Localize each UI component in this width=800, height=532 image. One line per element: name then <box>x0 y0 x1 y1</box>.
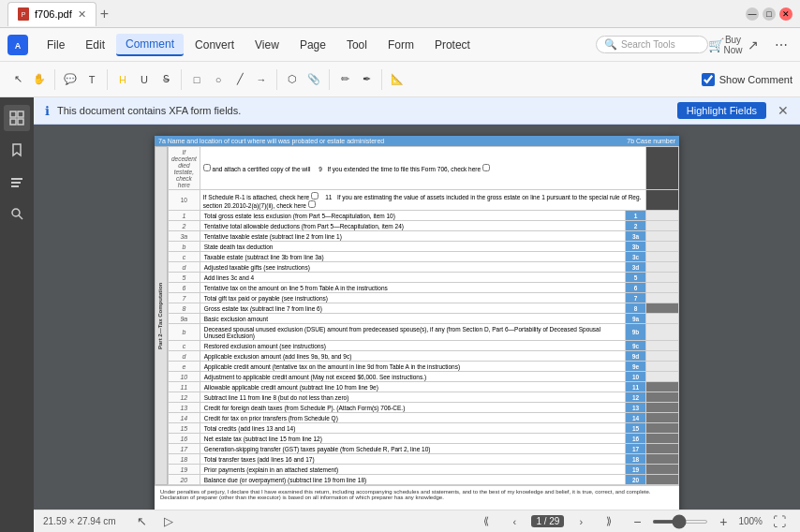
r1-checkbox[interactable] <box>311 192 319 200</box>
search-panel-button[interactable] <box>4 200 30 227</box>
line-num-21: 14 <box>626 413 646 423</box>
next-page-button[interactable]: › <box>570 510 592 533</box>
separator-6 <box>381 69 382 90</box>
table-row: 11 Allowable applicable credit amount (s… <box>169 382 679 392</box>
share-button[interactable]: ↗ <box>742 34 764 56</box>
search-tools-bar[interactable]: 🔍 Search Tools <box>596 36 708 53</box>
table-row: 13 Credit for foreign death taxes (from … <box>169 403 679 413</box>
pencil-button[interactable]: ✒ <box>356 69 377 90</box>
thumbnail-panel-button[interactable] <box>4 105 30 131</box>
val-cell-10 <box>646 293 679 303</box>
stamp-button[interactable]: ⬡ <box>282 69 303 90</box>
select-tool-button[interactable]: ↖ <box>7 69 28 90</box>
estimate-checkbox[interactable] <box>308 200 316 208</box>
active-tab[interactable]: P f706.pdf ✕ <box>7 2 96 26</box>
svg-text:A: A <box>15 41 22 51</box>
highlight-fields-button[interactable]: Highlight Fields <box>677 102 766 119</box>
search-icon: 🔍 <box>604 38 617 51</box>
first-page-button[interactable]: ⟪ <box>475 510 497 533</box>
arrow-button[interactable]: → <box>251 69 272 90</box>
measure-button[interactable]: 📐 <box>387 69 407 90</box>
row-label-17: Adjustment to applicable credit amount (… <box>200 372 625 382</box>
close-tab-button[interactable]: ✕ <box>78 8 86 21</box>
last-page-button[interactable]: ⟫ <box>598 510 620 533</box>
menu-file[interactable]: File <box>37 35 74 55</box>
zoom-in-button[interactable]: + <box>712 510 734 533</box>
extend-time-checkbox[interactable] <box>482 164 490 171</box>
page-number: 1 / 29 <box>536 516 559 526</box>
row-label-8: Add lines 3c and 4 <box>200 273 625 283</box>
pdf-icon: P <box>18 7 29 21</box>
row-label-20: Credit for foreign death taxes (from Sch… <box>200 403 625 413</box>
svg-rect-2 <box>10 111 16 117</box>
cursor-tool-button[interactable]: ↖ <box>131 510 154 533</box>
rectangle-button[interactable]: □ <box>186 69 207 90</box>
menu-comment[interactable]: Comment <box>116 34 184 56</box>
row-label-4: Tentative taxable estate (subtract line … <box>200 231 625 242</box>
notif-icon: ℹ <box>45 104 50 118</box>
zoom-controls: − + 100% <box>626 510 763 533</box>
line-num-26: 19 <box>626 465 646 475</box>
highlight-button[interactable]: H <box>112 69 133 90</box>
val-cell-3 <box>646 221 679 231</box>
row-label-2: Total gross estate less exclusion (from … <box>200 211 625 221</box>
tab-bar: P f706.pdf ✕ + <box>7 2 746 26</box>
show-comment-checkbox[interactable] <box>702 73 715 86</box>
val-cell-12 <box>646 314 679 324</box>
oval-button[interactable]: ○ <box>208 69 229 90</box>
table-row: 10 Adjustment to applicable credit amoun… <box>169 372 679 382</box>
pdf-scroll-area[interactable]: 7a Name and location of court where will… <box>34 125 800 510</box>
tab-label: f706.pdf <box>35 8 72 20</box>
bookmark-panel-button[interactable] <box>4 137 30 163</box>
zoom-slider[interactable] <box>652 520 708 524</box>
maximize-button[interactable]: □ <box>763 7 776 21</box>
row-num-3: 2 <box>169 221 200 231</box>
menu-convert[interactable]: Convert <box>185 35 244 55</box>
annotation-panel-button[interactable] <box>4 169 30 195</box>
zoom-out-button[interactable]: − <box>626 510 648 533</box>
window-controls: — □ ✕ <box>746 7 793 21</box>
row-label-5: State death tax deduction <box>200 242 625 252</box>
fit-page-button[interactable]: ⛶ <box>768 510 791 533</box>
row-label-11: Gross estate tax (subtract line 7 from l… <box>200 303 625 314</box>
testate-checkbox[interactable] <box>203 164 211 171</box>
line-num-5: 3b <box>626 242 646 252</box>
eraser-button[interactable]: ✏ <box>334 69 355 90</box>
val-cell-25 <box>646 454 679 465</box>
new-tab-button[interactable]: + <box>100 6 109 22</box>
menu-page[interactable]: Page <box>290 35 335 55</box>
notification-close-button[interactable]: ✕ <box>778 103 789 118</box>
attachment-button[interactable]: 📎 <box>304 69 324 90</box>
menu-edit[interactable]: Edit <box>76 35 114 55</box>
underline-button[interactable]: U <box>134 69 155 90</box>
row-label-27: Balance due (or overpayment) (subtract l… <box>200 475 625 485</box>
select-tool-button-bottom[interactable]: ▷ <box>157 510 180 533</box>
menu-form[interactable]: Form <box>378 35 423 55</box>
val-cell-24 <box>646 444 679 454</box>
line-num-22: 15 <box>626 423 646 434</box>
sticky-note-button[interactable]: 💬 <box>60 69 81 90</box>
more-options-button[interactable]: ⋯ <box>770 34 793 56</box>
menu-tool[interactable]: Tool <box>337 35 377 55</box>
minimize-button[interactable]: — <box>746 7 759 21</box>
bottom-tools: ↖ ▷ <box>131 510 180 533</box>
row-num-5: b <box>169 242 200 252</box>
line-button[interactable]: ╱ <box>230 69 250 90</box>
bottom-bar-right: ⟪ ‹ 1 / 29 › ⟫ − + 100% ⛶ <box>475 510 791 533</box>
pdf-body: Part 2—Tax Computation If decedent died … <box>155 146 679 485</box>
prev-page-button[interactable]: ‹ <box>503 510 526 533</box>
menu-protect[interactable]: Protect <box>425 35 480 55</box>
page-indicator: 1 / 29 <box>531 515 564 527</box>
val-cell-9 <box>646 283 679 293</box>
menu-view[interactable]: View <box>245 35 289 55</box>
table-row: 1 Total gross estate less exclusion (fro… <box>169 211 679 221</box>
close-button[interactable]: ✕ <box>779 7 793 21</box>
line-num-23: 16 <box>626 434 646 444</box>
strikethrough-button[interactable]: S̶ <box>156 69 176 90</box>
hand-tool-button[interactable]: ✋ <box>29 69 50 90</box>
buy-now-button[interactable]: 🛒 Buy Now <box>714 34 736 56</box>
row-num-15: d <box>169 351 200 362</box>
show-comment-toggle: Show Comment <box>702 73 793 86</box>
line-num-6: 3c <box>626 252 646 262</box>
text-comment-button[interactable]: T <box>81 69 102 90</box>
